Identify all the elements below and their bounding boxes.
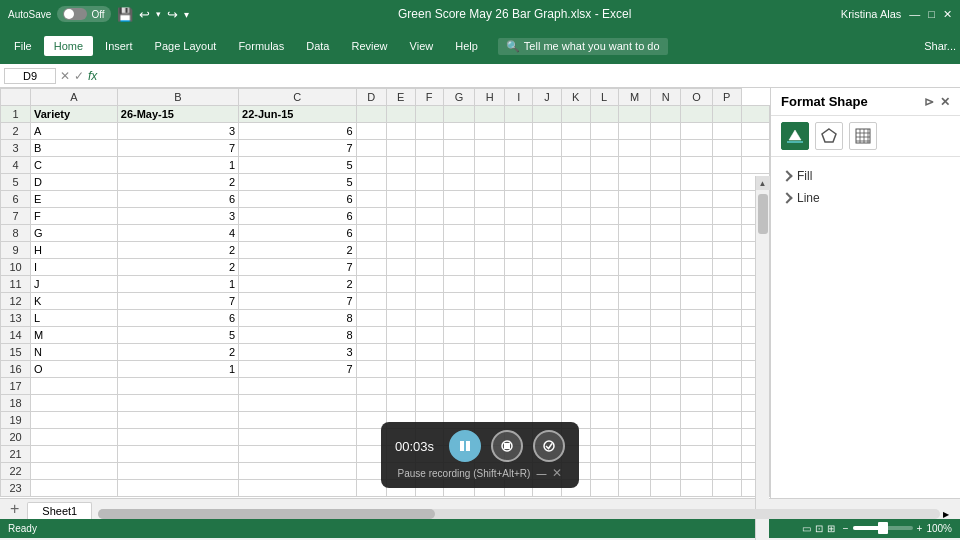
- cell[interactable]: [712, 327, 741, 344]
- cell[interactable]: [505, 242, 533, 259]
- cell[interactable]: [712, 395, 741, 412]
- cell[interactable]: [356, 157, 386, 174]
- cell[interactable]: [475, 174, 505, 191]
- cell[interactable]: [443, 208, 474, 225]
- cell[interactable]: [386, 242, 415, 259]
- cell[interactable]: [443, 361, 474, 378]
- cell[interactable]: [239, 378, 357, 395]
- cell[interactable]: [590, 191, 618, 208]
- cell[interactable]: [681, 208, 712, 225]
- cell[interactable]: [618, 429, 651, 446]
- cell[interactable]: 26-May-15: [117, 106, 238, 123]
- cell[interactable]: [356, 310, 386, 327]
- cell[interactable]: [561, 208, 590, 225]
- cell[interactable]: [533, 293, 561, 310]
- cell[interactable]: [618, 310, 651, 327]
- cell[interactable]: [651, 395, 681, 412]
- cell[interactable]: [681, 361, 712, 378]
- cell[interactable]: [712, 225, 741, 242]
- cell[interactable]: [356, 327, 386, 344]
- cell[interactable]: [590, 395, 618, 412]
- cell[interactable]: [681, 106, 712, 123]
- cell[interactable]: [618, 463, 651, 480]
- cell[interactable]: [356, 378, 386, 395]
- cell[interactable]: [31, 446, 118, 463]
- cell[interactable]: [618, 344, 651, 361]
- page-layout-icon[interactable]: ⊡: [815, 523, 823, 534]
- cell[interactable]: [590, 463, 618, 480]
- cell[interactable]: [386, 106, 415, 123]
- zoom-out-btn[interactable]: −: [843, 523, 849, 534]
- cell[interactable]: [618, 412, 651, 429]
- cell[interactable]: [561, 310, 590, 327]
- cell[interactable]: [533, 361, 561, 378]
- cell[interactable]: 1: [117, 157, 238, 174]
- cell[interactable]: [561, 395, 590, 412]
- cell[interactable]: [415, 259, 443, 276]
- cell[interactable]: [681, 463, 712, 480]
- cell[interactable]: [651, 361, 681, 378]
- cell[interactable]: [561, 191, 590, 208]
- cell[interactable]: [386, 191, 415, 208]
- cell[interactable]: [561, 157, 590, 174]
- cell[interactable]: 1: [117, 276, 238, 293]
- vertical-scrollbar[interactable]: ▲: [755, 176, 769, 540]
- cell[interactable]: [590, 259, 618, 276]
- cell[interactable]: [443, 174, 474, 191]
- cell[interactable]: [415, 191, 443, 208]
- cell[interactable]: [356, 276, 386, 293]
- cell[interactable]: [681, 293, 712, 310]
- cell[interactable]: [356, 140, 386, 157]
- cell[interactable]: [712, 293, 741, 310]
- cell[interactable]: 3: [117, 123, 238, 140]
- save-icon[interactable]: 💾: [117, 7, 133, 22]
- cell[interactable]: [533, 157, 561, 174]
- cell[interactable]: [356, 225, 386, 242]
- cell[interactable]: L: [31, 310, 118, 327]
- tab-file[interactable]: File: [4, 36, 42, 56]
- cell[interactable]: 3: [239, 344, 357, 361]
- cell[interactable]: [386, 174, 415, 191]
- formula-fx-icon[interactable]: fx: [88, 69, 97, 83]
- cell[interactable]: [561, 174, 590, 191]
- cell[interactable]: [618, 242, 651, 259]
- cell[interactable]: [117, 412, 238, 429]
- cell[interactable]: O: [31, 361, 118, 378]
- cell[interactable]: [590, 480, 618, 497]
- cell[interactable]: [712, 480, 741, 497]
- cell[interactable]: [415, 293, 443, 310]
- cell[interactable]: [712, 208, 741, 225]
- cell[interactable]: [651, 463, 681, 480]
- cell[interactable]: 5: [239, 174, 357, 191]
- cell[interactable]: [712, 361, 741, 378]
- cell[interactable]: K: [31, 293, 118, 310]
- cell[interactable]: [533, 378, 561, 395]
- cell[interactable]: [651, 106, 681, 123]
- cell[interactable]: [386, 293, 415, 310]
- cell[interactable]: B: [31, 140, 118, 157]
- cell[interactable]: [505, 327, 533, 344]
- panel-close-icon[interactable]: ✕: [940, 95, 950, 109]
- cell[interactable]: [681, 429, 712, 446]
- cell[interactable]: [681, 157, 712, 174]
- cell[interactable]: [505, 106, 533, 123]
- cell[interactable]: [681, 327, 712, 344]
- cell[interactable]: [443, 310, 474, 327]
- cell[interactable]: [505, 191, 533, 208]
- cell[interactable]: [741, 157, 769, 174]
- cell[interactable]: [415, 157, 443, 174]
- cell[interactable]: [386, 310, 415, 327]
- cell[interactable]: [681, 140, 712, 157]
- cell[interactable]: [590, 106, 618, 123]
- tab-home[interactable]: Home: [44, 36, 93, 56]
- normal-view-icon[interactable]: ▭: [802, 523, 811, 534]
- cell[interactable]: [443, 293, 474, 310]
- cell[interactable]: [386, 276, 415, 293]
- cell[interactable]: [443, 106, 474, 123]
- cell[interactable]: F: [31, 208, 118, 225]
- cell[interactable]: [415, 378, 443, 395]
- cell[interactable]: [475, 106, 505, 123]
- hint-close-btn[interactable]: ✕: [552, 466, 562, 480]
- cell[interactable]: [618, 446, 651, 463]
- cell[interactable]: [505, 123, 533, 140]
